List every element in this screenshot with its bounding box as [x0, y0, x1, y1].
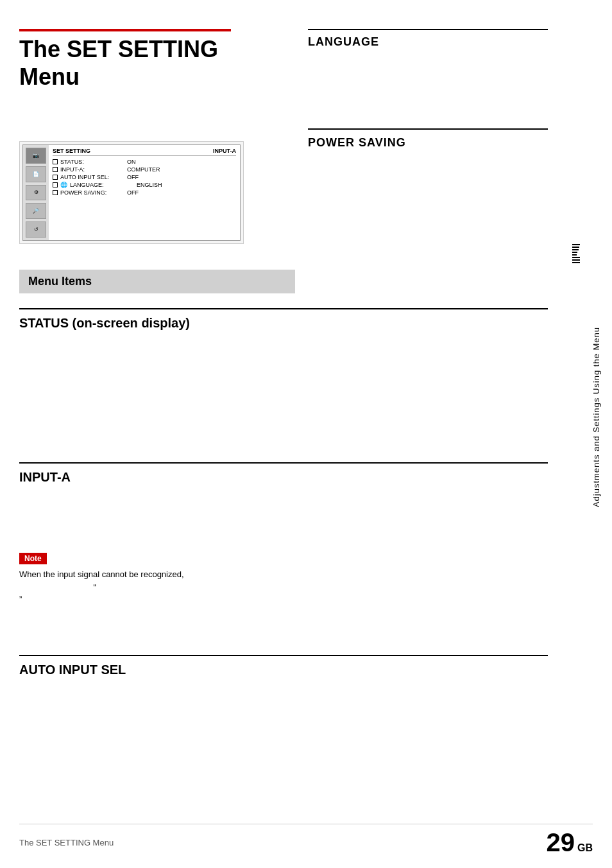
sidebar-line-8 [572, 262, 580, 263]
checkbox-2 [53, 175, 58, 180]
checkbox-0 [53, 159, 58, 164]
menu-value-3: ENGLISH [137, 182, 162, 188]
menu-icon-2: 📄 [26, 166, 46, 182]
menu-icon-4: 🔎 [26, 203, 46, 219]
menu-label-3: LANGUAGE: [70, 182, 134, 188]
menu-icon-strip: 📷 📄 ⚙ 🔎 ↺ [23, 145, 49, 240]
note-label: Note [19, 553, 47, 564]
sidebar-line-7 [572, 259, 580, 261]
menu-icon-3: ⚙ [26, 185, 46, 201]
sidebar-line-5 [572, 254, 577, 256]
menu-screenshot: 📷 📄 ⚙ 🔎 ↺ SET SETTING INPUT-A STATUS: ON [19, 141, 244, 244]
power-saving-section: POWER SAVING [308, 128, 548, 150]
menu-header-right: INPUT-A [213, 148, 236, 154]
globe-icon: 🌐 [60, 182, 67, 188]
note-text: When the input signal cannot be recogniz… [19, 568, 548, 606]
menu-content: SET SETTING INPUT-A STATUS: ON INPUT-A: … [49, 145, 240, 240]
menu-value-1: COMPUTER [127, 166, 160, 173]
input-a-section: INPUT-A [19, 462, 548, 491]
sidebar-line-3 [572, 249, 579, 250]
note-text-line1: When the input signal cannot be recogniz… [19, 569, 184, 579]
checkbox-4 [53, 190, 58, 195]
menu-value-2: OFF [127, 174, 139, 180]
sidebar-line-1 [572, 244, 580, 245]
menu-header-bar: SET SETTING INPUT-A [53, 148, 236, 156]
footer: The SET SETTING Menu 29 GB [19, 824, 593, 855]
title-line2: Menu [19, 63, 218, 91]
sidebar-text-container: Adjustments and Settings Using the Menu [586, 257, 606, 578]
input-a-title: INPUT-A [19, 470, 548, 485]
menu-row-0: STATUS: ON [53, 159, 236, 165]
sidebar-lines [572, 244, 580, 372]
status-divider [19, 308, 548, 309]
menu-items-header: Menu Items [19, 270, 295, 293]
menu-icon-5: ↺ [26, 221, 46, 238]
auto-input-sel-section: AUTO INPUT SEL [19, 655, 548, 684]
menu-header-left: SET SETTING [53, 148, 90, 154]
menu-label-4: POWER SAVING: [60, 189, 124, 196]
status-section: STATUS (on-screen display) [19, 308, 548, 337]
note-text-line2: “ [19, 582, 96, 592]
footer-superscript: GB [577, 842, 593, 854]
footer-page-number: 29 [547, 829, 575, 855]
checkbox-1 [53, 167, 58, 172]
power-saving-heading: POWER SAVING [308, 136, 548, 150]
menu-value-4: OFF [127, 189, 139, 196]
sidebar-text: Adjustments and Settings Using the Menu [591, 327, 601, 507]
auto-input-title: AUTO INPUT SEL [19, 663, 548, 677]
menu-label-1: INPUT-A: [60, 166, 124, 173]
note-text-line3: ” [19, 595, 22, 604]
menu-label-0: STATUS: [60, 159, 124, 165]
auto-input-divider [19, 655, 548, 656]
menu-row-3: 🌐 LANGUAGE: ENGLISH [53, 182, 236, 188]
checkbox-3 [53, 182, 58, 187]
menu-items-section: Menu Items [19, 270, 295, 293]
menu-icon-1: 📷 [26, 148, 46, 164]
menu-row-2: AUTO INPUT SEL: OFF [53, 174, 236, 180]
language-heading: LANGUAGE [308, 35, 379, 49]
status-title: STATUS (on-screen display) [19, 316, 548, 331]
input-a-divider [19, 462, 548, 464]
footer-left-text: The SET SETTING Menu [19, 838, 114, 847]
sidebar-line-2 [572, 247, 579, 248]
sidebar-line-6 [572, 257, 580, 258]
sidebar-line-4 [572, 252, 577, 253]
right-top-border [308, 29, 548, 30]
note-box: Note When the input signal cannot be rec… [19, 552, 548, 606]
main-title: The SET SETTING Menu [19, 35, 218, 91]
page-container: The SET SETTING Menu LANGUAGE POWER SAVI… [0, 0, 612, 868]
title-line1: The SET SETTING [19, 35, 218, 63]
menu-value-0: ON [127, 159, 136, 165]
power-saving-divider [308, 128, 548, 130]
menu-label-2: AUTO INPUT SEL: [60, 174, 124, 180]
top-red-border [19, 29, 231, 31]
menu-row-4: POWER SAVING: OFF [53, 189, 236, 196]
menu-row-1: INPUT-A: COMPUTER [53, 166, 236, 173]
footer-right: 29 GB [547, 829, 593, 855]
